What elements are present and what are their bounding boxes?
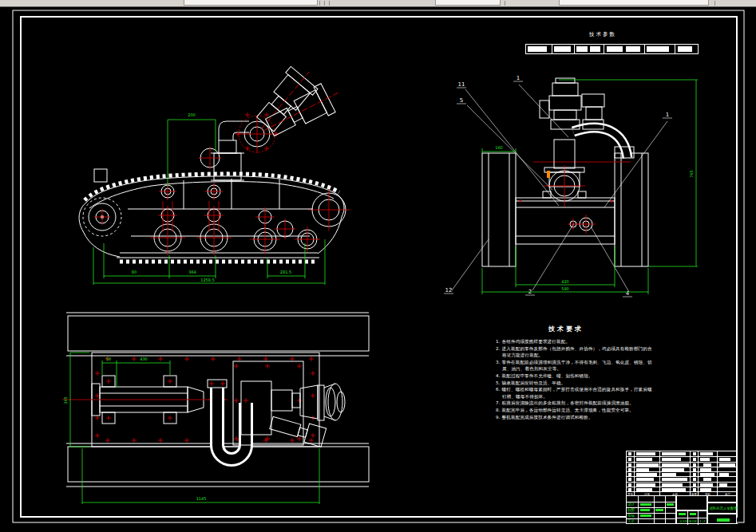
requirement-line: 3. 零件在装配前必须清理和清洗干净，不得有毛刺、飞边、氧化皮、锈蚀、切屑、油污… — [496, 359, 655, 372]
dim-label: 590 — [561, 286, 569, 291]
requirement-line: 1. 各组件均须按图样要求进行装配。 — [496, 338, 655, 345]
dim-label: 765 — [689, 170, 694, 178]
requirement-line: 6. 螺钉、螺栓和螺母紧固时，严禁打击或使用不合适的旋具和扳手，拧紧后螺钉槽、螺… — [496, 386, 655, 400]
toolbar-separator — [505, 1, 505, 6]
balloon-label: 4 — [626, 290, 630, 297]
cad-application-window: 200 80 364 281.5 1258.5 — [0, 0, 756, 532]
role-label: 审核 — [627, 514, 635, 518]
drawing-title: 消防机器人装配图 — [709, 506, 738, 510]
dim-label: 1258.5 — [200, 278, 215, 282]
track-teeth-top — [85, 174, 339, 200]
toolbar-grip — [319, 1, 320, 6]
toolbar-field[interactable] — [435, 0, 501, 6]
dim-label: 430 — [140, 357, 148, 361]
date-blob — [655, 509, 663, 511]
toolbar-field[interactable] — [184, 0, 318, 6]
text-blob — [700, 452, 713, 455]
toolbar-field[interactable] — [559, 0, 709, 6]
param-table — [525, 44, 699, 54]
text-blob — [607, 46, 623, 52]
requirement-line: 8. 装配完毕后，各运动部件运转灵活、无卡滞现象，性能安全可靠。 — [496, 407, 655, 414]
wheel-centerlines — [150, 183, 320, 255]
balloon-label: 12 — [445, 287, 453, 294]
dim-label: 345 — [63, 396, 68, 404]
toolbar-strip[interactable] — [0, 0, 756, 7]
side-view: 200 80 364 281.5 1258.5 — [79, 61, 350, 285]
requirement-line: 7. 粘接后应清除流出的多余粘接剂，各密封件装配前须涂润滑油脂。 — [496, 400, 655, 407]
text-blob — [636, 452, 655, 455]
scale-value: 1:2 — [699, 519, 705, 523]
dim-label: 80 — [132, 270, 137, 274]
idler-wheel — [308, 189, 350, 231]
text-blob — [554, 46, 571, 52]
dim-label: 1145 — [196, 496, 207, 501]
text-blob — [693, 452, 696, 455]
text-blob — [576, 46, 588, 52]
track-band-top — [68, 316, 369, 351]
text-blob — [528, 46, 547, 52]
text-blob — [628, 452, 631, 455]
drive-sprocket — [83, 198, 121, 236]
drawing-canvas[interactable]: 200 80 364 281.5 1258.5 — [0, 7, 756, 532]
requirement-line: 4. 装配过程中零件不允许磕、碰、划伤和锈蚀。 — [496, 372, 655, 380]
toolbar-separator — [714, 1, 715, 6]
stage-mark-area: 1:2 共1张 第1张 — [676, 510, 707, 524]
track-left — [482, 153, 516, 266]
u-pipe — [208, 380, 248, 459]
number-blob — [717, 518, 730, 522]
param-cell — [675, 45, 698, 53]
text-blob — [626, 46, 640, 52]
dim-label: 364 — [188, 270, 196, 274]
signature-blob — [640, 514, 651, 517]
param-cell — [604, 45, 644, 53]
role-label: 设计 — [627, 502, 635, 506]
dim-label: 160 — [495, 145, 503, 150]
sheet-info: 共1张 第1张 — [679, 519, 697, 523]
text-blob — [678, 46, 692, 52]
param-cell — [574, 45, 604, 53]
requirement-line: 9. 整机装配完成后按技术条件进行调试和检验。 — [496, 414, 655, 421]
side-view-dimensions: 200 80 364 281.5 1258.5 — [93, 112, 325, 285]
dim-label: 281.5 — [280, 270, 291, 274]
requirement-line: 5. 轴承装配后应转动灵活、平稳。 — [496, 380, 655, 387]
signature-blob — [640, 503, 651, 506]
toolbar-grip — [329, 1, 330, 6]
text-blob — [590, 46, 600, 52]
balloon-label: 1 — [517, 75, 520, 81]
water-monitor-side — [199, 61, 346, 180]
plan-view: 50 430 345 1145 — [62, 313, 369, 504]
drawing-title-area: 消防机器人装配图 — [707, 502, 738, 514]
text-blob — [662, 452, 686, 455]
stamp-area — [676, 496, 707, 510]
balloon-label: 1 — [666, 112, 669, 118]
param-cell — [644, 45, 675, 53]
role-label: 制图 — [627, 508, 635, 512]
text-blob — [647, 46, 669, 52]
dim-label: 50 — [106, 357, 111, 361]
code-area — [707, 496, 738, 502]
front-view: 11 5 1 1 12 2 4 160 765 420 590 — [444, 75, 698, 297]
dim-label: 200 — [188, 112, 196, 117]
suspension-marks — [163, 201, 219, 231]
nozzle-upper — [247, 61, 323, 140]
nozzle-lower — [255, 78, 346, 145]
title-block-left-grid: 设计 制图 审核 工艺 — [627, 496, 676, 524]
parts-list-table: 序号 代号 名称 数量 材料 备注 — [626, 451, 737, 496]
requirement-line: 2. 进入装配的零件及部件（包括外购件、外协件），均必须具有检验部门的合格证方能… — [496, 345, 655, 359]
highlight-mark — [547, 171, 550, 178]
dim-label: 420 — [561, 279, 569, 284]
balloon-label: 11 — [458, 81, 465, 88]
param-table-title: 技术参数 — [589, 31, 616, 38]
drawing-number-area — [707, 514, 738, 524]
stage-blob — [679, 513, 686, 515]
param-cell — [552, 45, 574, 53]
signature-blob — [640, 509, 650, 511]
title-block: 设计 制图 审核 工艺 1:2 共1张 第1张 消防机器人装配图 — [626, 496, 737, 524]
date-blob — [667, 503, 674, 506]
balloon-label: 5 — [460, 97, 463, 104]
param-cell — [526, 45, 552, 53]
technical-requirements-title: 技术要求 — [496, 325, 636, 333]
road-wheels — [150, 183, 320, 255]
technical-requirements: 技术要求 1. 各组件均须按图样要求进行装配。 2. 进入装配的零件及部件（包括… — [496, 325, 655, 420]
weight-blob — [690, 513, 696, 515]
